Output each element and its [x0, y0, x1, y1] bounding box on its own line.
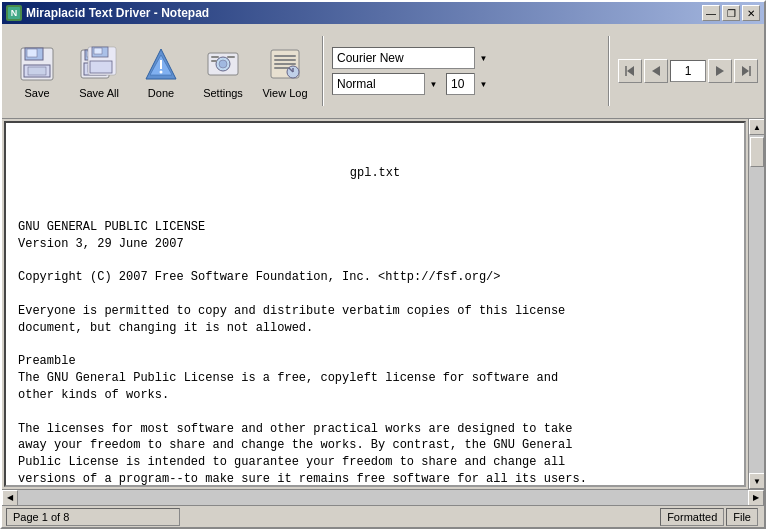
filename: gpl.txt — [18, 165, 732, 182]
page-info-section: Page 1 of 8 — [6, 508, 180, 526]
view-log-label: View Log — [262, 87, 307, 99]
page-number-input[interactable] — [670, 60, 706, 82]
svg-point-19 — [160, 70, 163, 73]
save-label: Save — [24, 87, 49, 99]
last-page-button[interactable] — [734, 59, 758, 83]
svg-rect-23 — [211, 56, 219, 58]
nav-buttons — [618, 59, 758, 83]
settings-label: Settings — [203, 87, 243, 99]
format-section: Formatted — [660, 508, 724, 526]
scroll-down-button[interactable]: ▼ — [749, 473, 764, 489]
settings-button[interactable]: Settings — [194, 35, 252, 107]
document-text: GNU GENERAL PUBLIC LICENSE Version 3, 29… — [18, 219, 732, 485]
size-select-wrapper: 8 9 10 11 12 ▼ — [446, 73, 492, 95]
done-icon — [141, 44, 181, 84]
save-all-icon — [79, 44, 119, 84]
style-select[interactable]: Normal Bold Italic — [332, 73, 442, 95]
svg-rect-29 — [274, 63, 296, 65]
save-button[interactable]: Save — [8, 35, 66, 107]
minimize-button[interactable]: — — [702, 5, 720, 21]
font-select[interactable]: Courier New Arial Times New Roman — [332, 47, 492, 69]
window-controls: — ❐ ✕ — [702, 5, 760, 21]
style-size-row: Normal Bold Italic ▼ 8 9 10 11 12 ▼ — [332, 73, 600, 95]
content-area: gpl.txt GNU GENERAL PUBLIC LICENSE Versi… — [2, 119, 764, 489]
size-select[interactable]: 8 9 10 11 12 — [446, 73, 492, 95]
toolbar: Save Save All — [2, 24, 764, 119]
save-all-button[interactable]: Save All — [70, 35, 128, 107]
main-window: N Miraplacid Text Driver - Notepad — ❐ ✕ — [0, 0, 766, 529]
svg-text:N: N — [11, 8, 18, 18]
svg-marker-35 — [627, 66, 634, 76]
done-button[interactable]: Done — [132, 35, 190, 107]
svg-marker-39 — [742, 66, 749, 76]
toolbar-separator — [322, 36, 324, 106]
font-row: Courier New Arial Times New Roman ▼ — [332, 47, 600, 69]
text-content[interactable]: gpl.txt GNU GENERAL PUBLIC LICENSE Versi… — [6, 123, 744, 485]
save-icon — [17, 44, 57, 84]
svg-rect-14 — [94, 48, 102, 54]
next-page-button[interactable] — [708, 59, 732, 83]
text-area-wrapper: gpl.txt GNU GENERAL PUBLIC LICENSE Versi… — [4, 121, 746, 487]
view-log-button[interactable]: View Log — [256, 35, 314, 107]
done-label: Done — [148, 87, 174, 99]
save-all-label: Save All — [79, 87, 119, 99]
svg-rect-24 — [211, 60, 217, 62]
scroll-track-v[interactable] — [749, 135, 764, 473]
svg-rect-6 — [28, 67, 46, 75]
view-log-icon — [265, 44, 305, 84]
style-select-wrapper: Normal Bold Italic ▼ — [332, 73, 442, 95]
svg-point-22 — [219, 60, 227, 68]
scroll-thumb-v[interactable] — [750, 137, 764, 167]
window-title: Miraplacid Text Driver - Notepad — [26, 6, 209, 20]
toolbar-right: Courier New Arial Times New Roman ▼ Norm… — [332, 47, 600, 95]
scroll-track-h[interactable] — [18, 490, 748, 505]
svg-rect-4 — [27, 49, 37, 57]
app-icon: N — [6, 5, 22, 21]
svg-marker-37 — [716, 66, 724, 76]
scroll-up-button[interactable]: ▲ — [749, 119, 764, 135]
svg-marker-36 — [652, 66, 660, 76]
svg-rect-27 — [274, 55, 296, 57]
svg-rect-28 — [274, 59, 296, 61]
file-label: File — [733, 511, 751, 523]
status-bar: Page 1 of 8 Formatted File — [2, 505, 764, 527]
page-info: Page 1 of 8 — [13, 511, 69, 523]
format-label: Formatted — [667, 511, 717, 523]
horizontal-scrollbar: ◀ ▶ — [2, 489, 764, 505]
first-page-button[interactable] — [618, 59, 642, 83]
vertical-scrollbar: ▲ ▼ — [748, 119, 764, 489]
toolbar-buttons: Save Save All — [8, 35, 314, 107]
scroll-left-button[interactable]: ◀ — [2, 490, 18, 506]
settings-icon — [203, 44, 243, 84]
close-button[interactable]: ✕ — [742, 5, 760, 21]
title-bar: N Miraplacid Text Driver - Notepad — ❐ ✕ — [2, 2, 764, 24]
svg-rect-25 — [227, 56, 235, 58]
restore-button[interactable]: ❐ — [722, 5, 740, 21]
scroll-right-button[interactable]: ▶ — [748, 490, 764, 506]
prev-page-button[interactable] — [644, 59, 668, 83]
nav-row — [618, 59, 758, 83]
title-bar-left: N Miraplacid Text Driver - Notepad — [6, 5, 209, 21]
file-section: File — [726, 508, 758, 526]
toolbar-separator-2 — [608, 36, 610, 106]
svg-rect-15 — [90, 61, 112, 73]
font-select-wrapper: Courier New Arial Times New Roman ▼ — [332, 47, 492, 69]
